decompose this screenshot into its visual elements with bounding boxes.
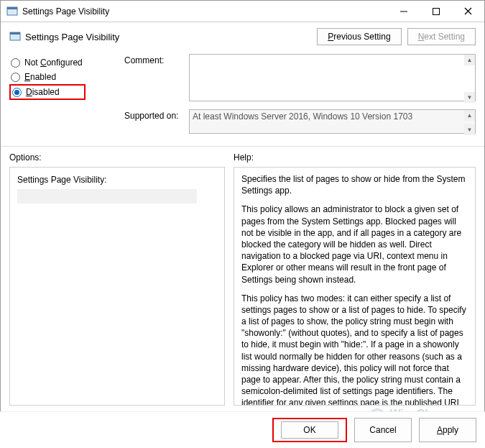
radio-label: Enabled [24,72,56,82]
help-text: This policy allows an administrator to b… [241,204,468,285]
supported-on-label: Supported on: [124,109,189,121]
svg-rect-3 [433,8,439,14]
radio-icon-selected [12,88,22,97]
policy-icon [9,31,21,42]
apply-button[interactable]: Apply [419,418,476,442]
window-title: Settings Page Visibility [22,6,387,17]
radio-enabled[interactable]: Enabled [9,70,117,84]
scroll-down-icon[interactable]: ▼ [464,124,475,135]
window-buttons [387,1,484,22]
scroll-down-icon[interactable]: ▼ [464,92,475,103]
svg-rect-7 [10,32,20,35]
app-icon [6,6,18,17]
settings-page-visibility-input[interactable] [17,189,197,204]
dialog-button-bar: OK Cancel Apply [0,411,485,448]
supported-on-value: At least Windows Server 2016, Windows 10… [189,109,476,134]
maximize-button[interactable] [420,1,452,22]
radio-label: Disabled [26,87,60,97]
close-button[interactable] [452,1,484,22]
comment-label: Comment: [124,54,189,65]
next-setting-button[interactable]: Next Setting [407,28,476,45]
scroll-up-icon[interactable]: ▲ [464,55,475,65]
cancel-button[interactable]: Cancel [354,418,412,442]
options-label: Options: [9,152,225,163]
help-panel: Specifies the list of pages to show or h… [234,167,476,406]
highlight-box: OK [272,418,347,442]
svg-rect-1 [7,7,17,9]
radio-icon [11,58,20,68]
titlebar: Settings Page Visibility [1,1,484,22]
ok-button[interactable]: OK [281,421,338,439]
help-text: This policy has two modes: it can either… [241,293,468,406]
radio-disabled[interactable]: Disabled [12,87,60,97]
radio-not-configured[interactable]: Not Configured [9,55,117,70]
options-panel: Settings Page Visibility: [9,167,225,406]
radio-label: Not Configured [24,58,83,68]
help-text: Specifies the list of pages to show or h… [241,173,468,196]
divider [1,146,484,147]
state-radio-group: Not Configured Enabled Disabled [9,54,117,142]
previous-setting-button[interactable]: Previous Setting [317,28,401,45]
help-label: Help: [234,152,476,163]
comment-input[interactable] [189,54,476,101]
scroll-up-icon[interactable]: ▲ [464,110,475,121]
radio-icon [11,73,20,82]
minimize-button[interactable] [387,1,420,22]
policy-title: Settings Page Visibility [25,32,317,42]
option-field-label: Settings Page Visibility: [17,175,217,185]
highlight-box: Disabled [9,84,86,100]
